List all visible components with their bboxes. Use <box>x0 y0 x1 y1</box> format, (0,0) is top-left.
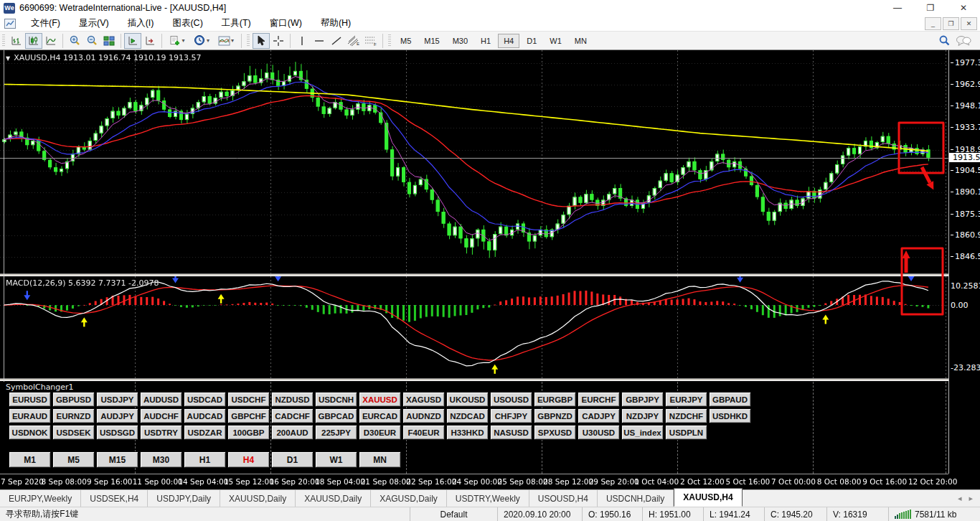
menu-item-6[interactable]: 帮助(H) <box>311 16 360 32</box>
toolbar-timeframe-M15[interactable]: M15 <box>418 34 445 48</box>
symbol-button-GBPCAD[interactable]: GBPCAD <box>315 408 357 423</box>
line-chart-icon[interactable] <box>42 33 60 49</box>
symbol-button-NZDUSD[interactable]: NZDUSD <box>271 392 314 407</box>
chart-tab-1[interactable]: USDSEK,H4 <box>81 490 148 507</box>
symbol-button-GBPUSD[interactable]: GBPUSD <box>52 392 95 407</box>
symbol-button-USDCNH[interactable]: USDCNH <box>315 392 357 407</box>
toolbar-grip-2[interactable] <box>247 34 250 47</box>
tab-scroll-left-icon[interactable]: ◂ <box>958 494 962 503</box>
symbol-button-US_index[interactable]: US_index <box>621 425 664 440</box>
chart-tab-6[interactable]: USDTRY,Weekly <box>447 490 529 507</box>
chart-tab-9[interactable]: XAUUSD,H4 <box>674 488 742 507</box>
symbol-button-GBPJPY[interactable]: GBPJPY <box>621 392 664 407</box>
periods-clock-icon[interactable]: ▾ <box>189 33 214 49</box>
symbol-button-AUDJPY[interactable]: AUDJPY <box>96 408 138 423</box>
bar-chart-icon[interactable] <box>8 33 25 49</box>
symbol-button-100GBP[interactable]: 100GBP <box>227 425 270 440</box>
cursor-icon[interactable] <box>253 33 270 49</box>
symbol-button-EURGBP[interactable]: EURGBP <box>534 392 576 407</box>
toolbar-timeframe-M5[interactable]: M5 <box>395 34 417 48</box>
symbol-button-GBPAUD[interactable]: GBPAUD <box>709 392 751 407</box>
chart-canvas[interactable] <box>0 50 948 382</box>
chart-tab-4[interactable]: XAUUSD,Daily <box>296 490 371 507</box>
toolbar-timeframe-H1[interactable]: H1 <box>475 34 496 48</box>
symbol-button-EURAUD[interactable]: EURAUD <box>9 408 51 423</box>
symbol-dropdown-icon[interactable]: ▼ <box>6 55 10 62</box>
candlestick-chart-icon[interactable] <box>25 33 42 49</box>
symbol-button-AUDNZD[interactable]: AUDNZD <box>402 408 445 423</box>
toolbar-timeframe-M30[interactable]: M30 <box>447 34 473 48</box>
symbol-button-USDCHF[interactable]: USDCHF <box>227 392 270 407</box>
symbol-button-USDJPY[interactable]: USDJPY <box>96 392 138 407</box>
symbol-button-U30USD[interactable]: U30USD <box>578 425 620 440</box>
symbol-button-USDZAR[interactable]: USDZAR <box>184 425 226 440</box>
symbol-button-CADJPY[interactable]: CADJPY <box>578 408 620 423</box>
zoom-in-icon[interactable] <box>66 33 83 49</box>
symbol-button-225JPY[interactable]: 225JPY <box>315 425 357 440</box>
menu-item-4[interactable]: 工具(T) <box>212 16 260 32</box>
trendline-icon[interactable] <box>328 33 345 49</box>
menu-item-0[interactable]: 文件(F) <box>22 16 70 32</box>
zoom-out-icon[interactable] <box>83 33 100 49</box>
templates-caret-icon[interactable]: ▾ <box>231 37 234 44</box>
panel-timeframe-D1[interactable]: D1 <box>271 451 314 468</box>
symbol-button-USDSEK[interactable]: USDSEK <box>52 425 95 440</box>
symbol-button-NZDCAD[interactable]: NZDCAD <box>446 408 489 423</box>
panel-timeframe-M5[interactable]: M5 <box>52 451 95 468</box>
chat-icon[interactable] <box>953 33 974 49</box>
panel-timeframe-H1[interactable]: H1 <box>184 451 226 468</box>
symbol-button-EURNZD[interactable]: EURNZD <box>52 408 95 423</box>
close-button[interactable]: ✕ <box>947 0 980 16</box>
symbol-button-EURJPY[interactable]: EURJPY <box>665 392 707 407</box>
toolbar-grip-3[interactable] <box>388 34 391 47</box>
tile-windows-icon[interactable] <box>100 33 118 49</box>
symbol-button-H33HKD[interactable]: H33HKD <box>446 425 489 440</box>
time-axis[interactable]: 7 Sep 20208 Sep 08:009 Sep 16:0011 Sep 0… <box>0 474 948 489</box>
symbol-button-CADCHF[interactable]: CADCHF <box>271 408 314 423</box>
panel-timeframe-M1[interactable]: M1 <box>9 451 51 468</box>
symbol-button-USDSGD[interactable]: USDSGD <box>96 425 138 440</box>
chart-tab-7[interactable]: USOUSD,H4 <box>529 490 598 507</box>
menu-item-5[interactable]: 窗口(W) <box>260 16 311 32</box>
symbol-button-EURCAD[interactable]: EURCAD <box>359 408 401 423</box>
chart-tab-8[interactable]: USDCNH,Daily <box>598 490 674 507</box>
crosshair-icon[interactable] <box>270 33 287 49</box>
symbol-button-CHFJPY[interactable]: CHFJPY <box>490 408 532 423</box>
symbol-button-XAGUSD[interactable]: XAGUSD <box>402 392 445 407</box>
new-order-icon[interactable]: ▾ <box>165 33 189 49</box>
new-order-caret-icon[interactable]: ▾ <box>182 37 184 44</box>
toolbar-timeframe-D1[interactable]: D1 <box>521 34 542 48</box>
symbol-button-NZDCHF[interactable]: NZDCHF <box>665 408 707 423</box>
templates-icon[interactable]: ▾ <box>214 33 238 49</box>
chart-tab-2[interactable]: USDJPY,Daily <box>148 490 220 507</box>
symbol-button-XAUUSD[interactable]: XAUUSD <box>359 392 401 407</box>
symbol-button-F40EUR[interactable]: F40EUR <box>402 425 445 440</box>
symbol-button-USDPLN[interactable]: USDPLN <box>665 425 707 440</box>
horizontal-line-icon[interactable] <box>311 33 328 49</box>
panel-timeframe-W1[interactable]: W1 <box>315 451 357 468</box>
symbol-button-D30EUR[interactable]: D30EUR <box>359 425 401 440</box>
symbol-button-GBPNZD[interactable]: GBPNZD <box>534 408 576 423</box>
toolbar-timeframe-W1[interactable]: W1 <box>544 34 567 48</box>
menu-item-3[interactable]: 图表(C) <box>163 16 212 32</box>
toolbar-timeframe-H4[interactable]: H4 <box>498 34 519 48</box>
symbol-button-EURUSD[interactable]: EURUSD <box>9 392 51 407</box>
symbol-button-UKOUSD[interactable]: UKOUSD <box>446 392 489 407</box>
menu-item-2[interactable]: 插入(I) <box>118 16 164 32</box>
symbol-button-USOUSD[interactable]: USOUSD <box>490 392 532 407</box>
symbol-button-EURCHF[interactable]: EURCHF <box>578 392 620 407</box>
fibonacci-icon[interactable]: F <box>362 33 380 49</box>
symbol-button-AUDUSD[interactable]: AUDUSD <box>140 392 182 407</box>
chart-tab-0[interactable]: EURJPY,Weekly <box>0 490 81 507</box>
symbol-button-GBPCHF[interactable]: GBPCHF <box>227 408 270 423</box>
symbol-button-USDTRY[interactable]: USDTRY <box>140 425 182 440</box>
status-profile[interactable]: Default <box>410 507 497 521</box>
symbol-button-USDNOK[interactable]: USDNOK <box>9 425 51 440</box>
symbol-button-NASUSD[interactable]: NASUSD <box>490 425 532 440</box>
chart-shift-icon[interactable] <box>141 33 159 49</box>
panel-timeframe-MN[interactable]: MN <box>359 451 401 468</box>
price-axis[interactable]: 1977.301962.901948.101933.701918.901904.… <box>948 50 980 474</box>
symbol-button-NZDJPY[interactable]: NZDJPY <box>621 408 664 423</box>
chart-tab-5[interactable]: XAGUSD,Daily <box>371 490 447 507</box>
auto-scroll-icon[interactable] <box>124 33 141 49</box>
